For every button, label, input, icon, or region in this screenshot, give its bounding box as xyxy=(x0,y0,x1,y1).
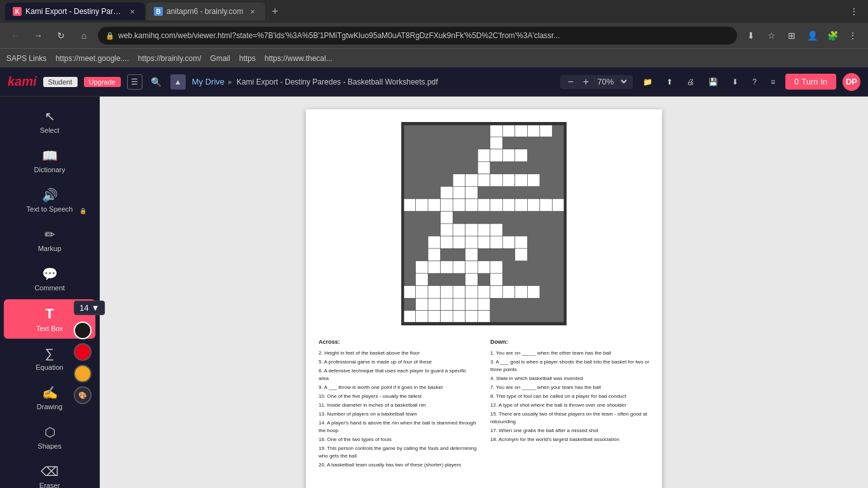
forward-button[interactable]: → xyxy=(29,27,47,44)
svg-rect-53 xyxy=(465,248,478,261)
new-tab-button[interactable]: + xyxy=(266,3,284,20)
breadcrumb-mydrive[interactable]: My Drive xyxy=(192,77,224,86)
sidebar-item-dictionary[interactable]: 📖 Dictionary xyxy=(4,142,95,180)
zoom-select[interactable]: 70% 100% 125% 150% xyxy=(595,76,629,87)
sidebar-item-comment[interactable]: 💬 Comment xyxy=(4,260,95,298)
svg-rect-20 xyxy=(515,174,528,187)
color-swatch-orange[interactable] xyxy=(74,365,92,383)
sidebar-toggle-button[interactable]: ☰ xyxy=(127,74,142,90)
print-button[interactable]: 🖨 xyxy=(683,75,698,89)
open-folder-button[interactable]: 📁 xyxy=(639,75,656,89)
svg-rect-50 xyxy=(502,236,515,249)
svg-rect-47 xyxy=(465,236,478,249)
sidebar-label-drawing: Drawing xyxy=(37,403,62,410)
eraser-icon: ⌫ xyxy=(41,464,59,479)
zoom-in-button[interactable]: + xyxy=(579,76,592,88)
help-button[interactable]: ? xyxy=(748,75,761,89)
zoom-out-button[interactable]: − xyxy=(564,76,577,88)
reload-button[interactable]: ↻ xyxy=(52,27,70,44)
font-size-dropdown-icon[interactable]: ▼ xyxy=(91,303,99,313)
svg-rect-16 xyxy=(465,174,478,187)
svg-rect-13 xyxy=(515,149,528,162)
clue-across-14: 14. A player's hand is above the rim whe… xyxy=(319,419,478,435)
download-button[interactable]: ⬇ xyxy=(728,75,742,89)
clue-down-7: 7. You are on _____ when your team has t… xyxy=(490,384,649,391)
tab-kami[interactable]: K Kami Export - Destiny Paredes - B... ✕ xyxy=(5,3,145,20)
bookmark-meet[interactable]: https://meet.google.... xyxy=(55,54,128,63)
sidebar-label-markup: Markup xyxy=(38,245,62,252)
sidebar-item-textbox[interactable]: T Text Box 14 ▼ 🎨 xyxy=(4,299,95,339)
svg-rect-62 xyxy=(416,273,429,286)
clue-across-13: 13. Number of players on a basketball te… xyxy=(319,410,478,418)
svg-rect-79 xyxy=(453,298,465,311)
sidebar-item-tts[interactable]: 🔊 Text to Speech 🔒 xyxy=(4,181,95,219)
bookmark-https[interactable]: https xyxy=(239,54,256,63)
svg-rect-45 xyxy=(441,236,453,249)
sidebar-item-select[interactable]: ↖ Select xyxy=(4,102,95,140)
tab-close-brainly[interactable]: ✕ xyxy=(247,6,258,17)
clue-across-2: 2. Height in feet of the basket above th… xyxy=(319,349,478,357)
svg-rect-4 xyxy=(490,125,503,137)
upgrade-button[interactable]: Upgrade xyxy=(84,77,121,87)
back-button[interactable]: ← xyxy=(6,27,24,44)
svg-rect-22 xyxy=(441,186,453,199)
clue-across-10: 10. One of the five players - usually th… xyxy=(319,393,478,400)
bookmark-gmail[interactable]: Gmail xyxy=(210,54,230,63)
sidebar-item-markup[interactable]: ✏ Markup xyxy=(4,220,95,259)
shapes-icon: ⬡ xyxy=(45,424,55,440)
svg-rect-52 xyxy=(428,248,441,261)
home-button[interactable]: ⌂ xyxy=(75,27,93,44)
svg-rect-81 xyxy=(478,298,490,311)
down-title: Down: xyxy=(490,338,649,347)
across-title: Across: xyxy=(319,338,478,347)
svg-rect-85 xyxy=(441,311,453,323)
browser-options[interactable]: ⋮ xyxy=(844,27,862,44)
user-avatar[interactable]: DP xyxy=(843,73,860,91)
drawing-icon: ✍ xyxy=(42,385,58,400)
svg-rect-63 xyxy=(465,273,478,286)
svg-rect-71 xyxy=(478,286,490,299)
color-swatch-red[interactable] xyxy=(74,343,92,361)
extension-icon[interactable]: ⊞ xyxy=(783,27,801,44)
extensions-icon[interactable]: 🧩 xyxy=(823,27,841,44)
sidebar-label-eraser: Eraser xyxy=(39,482,60,488)
svg-rect-33 xyxy=(502,199,515,212)
bookmark-saps[interactable]: SAPS Links xyxy=(6,54,46,63)
url-input[interactable]: 🔒 web.kamihq.com/web/viewer.html?state=%… xyxy=(98,27,737,44)
browser-menu-icon[interactable]: ⋮ xyxy=(845,3,863,20)
search-button[interactable]: 🔍 xyxy=(149,74,164,90)
bookmark-icon[interactable]: ☆ xyxy=(762,27,780,44)
svg-rect-17 xyxy=(478,174,490,187)
clue-down-12: 12. A type of shot where the ball is thr… xyxy=(490,402,649,409)
share-button[interactable]: ⬆ xyxy=(663,75,677,89)
bookmark-brainly[interactable]: https://brainly.com/ xyxy=(138,54,202,63)
color-swatch-black[interactable] xyxy=(74,322,92,339)
sidebar-label-tts: Text to Speech xyxy=(27,205,73,213)
save-button[interactable]: 💾 xyxy=(705,75,722,89)
turn-in-button[interactable]: 0 Turn In xyxy=(785,74,836,90)
svg-rect-11 xyxy=(490,149,503,162)
svg-rect-29 xyxy=(453,199,465,212)
sidebar-item-shapes[interactable]: ⬡ Shapes xyxy=(4,418,95,456)
browser-toolbar-icons: ⬇ ☆ ⊞ 👤 🧩 ⋮ xyxy=(742,27,862,44)
svg-rect-7 xyxy=(527,125,540,137)
tab-close-kami[interactable]: ✕ xyxy=(127,6,137,17)
bookmark-thecal[interactable]: https://www.thecal... xyxy=(265,54,333,63)
download-page-icon[interactable]: ⬇ xyxy=(742,27,760,44)
svg-rect-14 xyxy=(478,161,490,174)
svg-rect-42 xyxy=(478,224,490,236)
svg-rect-39 xyxy=(441,224,453,236)
clue-down-1: 1. You are on _____ when the other team … xyxy=(490,349,649,357)
more-options-button[interactable]: ≡ xyxy=(767,75,779,89)
clue-down-17: 17. When one grabs the ball after a miss… xyxy=(490,427,649,435)
tab-brainly[interactable]: B anitapm6 - brainly.com ✕ xyxy=(146,3,265,20)
svg-rect-30 xyxy=(465,199,478,212)
svg-rect-49 xyxy=(490,236,503,249)
svg-rect-68 xyxy=(441,286,453,299)
crossword-svg xyxy=(403,122,565,325)
profile-icon[interactable]: 👤 xyxy=(803,27,821,44)
sidebar-label-shapes: Shapes xyxy=(38,442,61,450)
tab-title-kami: Kami Export - Destiny Paredes - B... xyxy=(25,7,123,16)
sidebar-item-eraser[interactable]: ⌫ Eraser xyxy=(4,458,95,488)
color-palette-icon[interactable]: 🎨 xyxy=(74,386,92,404)
